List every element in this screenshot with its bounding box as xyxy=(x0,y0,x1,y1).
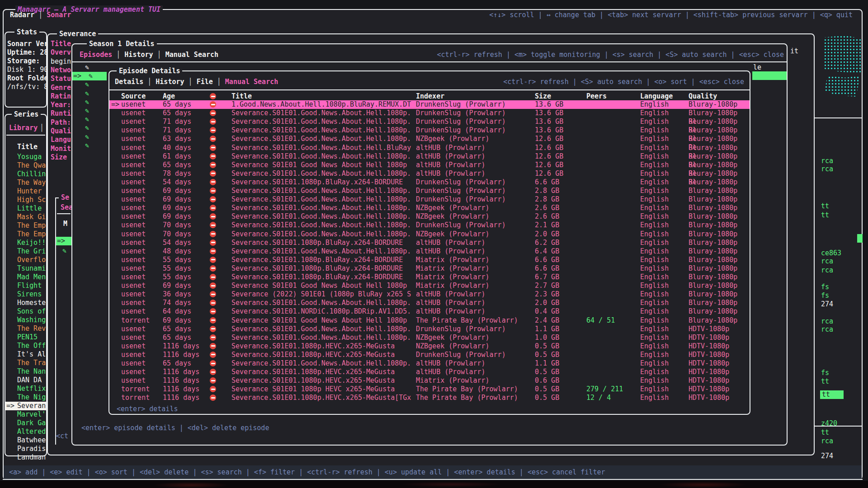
release-title: Severance.S01E01.Good.News.About.Hell.10… xyxy=(231,126,411,135)
series-item[interactable]: Marvel' xyxy=(17,410,46,419)
release-row[interactable]: usenet71 daysSeverance.S01E01.Good.News.… xyxy=(109,126,750,135)
release-row[interactable]: usenet55 daysSeverance.S01E01.1080p.BluR… xyxy=(109,256,750,264)
series-item[interactable]: The Way xyxy=(17,178,46,187)
series-item[interactable]: Yosuga xyxy=(17,153,42,161)
series-item[interactable]: It's Al xyxy=(17,350,46,359)
release-row[interactable]: usenet70 daysSeverance.S01E01.Good.News.… xyxy=(109,221,750,230)
release-row[interactable]: usenet40 daysSeverance.S01E01.Good.News.… xyxy=(109,144,750,152)
release-indexer: Miatrix (Prowlarr) xyxy=(416,264,490,273)
tab-episode-file[interactable]: File xyxy=(197,78,213,86)
series-item[interactable]: Little xyxy=(17,204,42,213)
series-item[interactable]: Altered xyxy=(17,427,46,436)
release-row[interactable]: torrent1116 daysSeverance S01E01 1080p H… xyxy=(109,385,750,394)
series-item[interactable]: The Tra xyxy=(17,359,46,367)
tab-episode-details[interactable]: Details xyxy=(115,78,143,86)
release-row[interactable]: usenet65 daysSeverance.S01E01.Good.News.… xyxy=(109,359,750,368)
monitored-tag-icon[interactable]: ✎ xyxy=(85,98,89,107)
series-detail-label: Overv xyxy=(51,48,71,57)
release-row[interactable]: usenet69 daysSeverance.S01E01.Good.News.… xyxy=(109,195,750,204)
release-age: 74 days xyxy=(163,299,191,307)
release-row[interactable]: usenet69 daysSeverance.S01E01.Good.News.… xyxy=(109,212,750,221)
release-row[interactable]: usenet55 daysSeverance.S01E01.1080p.BluR… xyxy=(109,264,750,273)
release-row[interactable]: usenet63 daysSeverance.S01E01.Good.News.… xyxy=(109,135,750,143)
series-item[interactable]: Sirens xyxy=(17,290,42,299)
series-item[interactable]: Washing xyxy=(17,316,46,324)
release-row[interactable]: usenet65 daysSeverance.S01E01.Good.News.… xyxy=(109,325,750,333)
release-language: English xyxy=(640,117,669,126)
series-item[interactable]: The Emp xyxy=(17,221,46,230)
series-item[interactable]: Sons of xyxy=(17,307,46,316)
series-item[interactable]: The Qwa xyxy=(17,161,46,170)
series-item[interactable]: The Gri xyxy=(17,247,46,256)
release-row[interactable]: usenet69 daysSeverance.S01E01.Good.News.… xyxy=(109,187,750,195)
tab-season-history[interactable]: History xyxy=(124,51,153,59)
release-row[interactable]: usenet74 daysSeverance.S01E01.Good.News.… xyxy=(109,299,750,307)
tab-servarr-sonarr[interactable]: Sonarr xyxy=(47,11,71,19)
series-item[interactable]: The Nig xyxy=(17,393,46,402)
series-item[interactable]: Tsunami xyxy=(17,264,46,273)
release-row[interactable]: usenet1116 daysSeverance.S01E01.1080p.HE… xyxy=(109,376,750,385)
tab-season-episodes[interactable]: Episodes xyxy=(80,51,112,59)
monitored-tag-icon[interactable]: ✎ xyxy=(85,124,89,132)
series-item[interactable]: Paradis xyxy=(17,445,46,453)
release-age: 71 days xyxy=(163,117,191,126)
release-row[interactable]: usenet1116 daysSeverance.S01E01.1080p.HE… xyxy=(109,351,750,359)
tab-episode-history[interactable]: History xyxy=(156,78,184,86)
monitored-tag-icon[interactable]: ✎ xyxy=(85,107,89,115)
release-row[interactable]: usenet65 daysSeverance.S01E01.Good.News.… xyxy=(109,333,750,342)
release-row[interactable]: =>usenet65 days1.Good.News.About.Hell.10… xyxy=(109,100,750,109)
series-item[interactable]: Chillin xyxy=(17,170,46,178)
release-row[interactable]: usenet55 daysSeverance.S01E01.1080p.BluR… xyxy=(109,273,750,282)
release-row[interactable]: usenet65 daysSeverance.S01E01.Good.News.… xyxy=(109,109,750,117)
series-item[interactable]: High Sc xyxy=(17,196,46,204)
series-item[interactable]: Mask Gi xyxy=(17,213,46,221)
monitored-tag-icon[interactable]: ✎ xyxy=(85,141,89,150)
release-row[interactable]: usenet71 daysSeverance.S01E01.Good.News.… xyxy=(109,117,750,126)
release-row[interactable]: usenet64 daysSeverance.S01E01.NORDiC.108… xyxy=(109,307,750,316)
tab-library[interactable]: Library xyxy=(9,124,38,132)
release-row[interactable]: usenet36 daysSeverance (2022) S01E01 (10… xyxy=(109,290,750,299)
tab-episode-manual-search[interactable]: Manual Search xyxy=(225,78,278,86)
release-size: 2.0 GB xyxy=(535,299,559,307)
series-item[interactable]: Dark Ga xyxy=(17,419,46,427)
release-row[interactable]: usenet1116 daysSeverance.S01E01.1080p.HE… xyxy=(109,342,750,351)
series-item[interactable]: Homeste xyxy=(17,299,46,307)
release-row[interactable]: usenet1116 daysSeverance.S01E01.1080p.HE… xyxy=(109,368,750,376)
series-item[interactable]: Landman xyxy=(17,453,46,462)
monitored-tag-icon[interactable]: ✎ xyxy=(89,72,93,80)
series-item[interactable]: The Rev xyxy=(17,324,46,333)
release-row[interactable]: usenet54 daysSeverance.S01E01.1080p.BluR… xyxy=(109,178,750,187)
series-item[interactable]: The Off xyxy=(17,342,46,350)
monitored-tag-icon[interactable]: ✎ xyxy=(85,115,89,124)
monitored-tag-icon[interactable]: ✎ xyxy=(85,133,89,141)
release-row[interactable]: usenet70 daysSeverance.S01E01.Good.News.… xyxy=(109,230,750,239)
release-row[interactable]: usenet78 daysSeverance.S01E01.Good.News.… xyxy=(109,169,750,178)
tab-servarr-radarr[interactable]: Radarr xyxy=(10,11,34,19)
release-row[interactable]: usenet65 daysSeverance S01E01 Good News … xyxy=(109,161,750,169)
monitored-tag-icon[interactable]: ✎ xyxy=(62,247,66,255)
series-item[interactable]: Batwhee xyxy=(17,436,46,445)
tab-season-manual-search[interactable]: Manual Search xyxy=(165,51,218,59)
series-detail-label: Netwo xyxy=(51,66,71,75)
series-item[interactable]: Netflix xyxy=(17,385,46,393)
release-row[interactable]: usenet69 daysSeverance.S01E01.Good.News.… xyxy=(109,204,750,212)
release-row[interactable]: usenet61 daysSeverance.S01E01.Good.News.… xyxy=(109,152,750,161)
series-item[interactable]: Hunter xyxy=(17,187,42,196)
series-item[interactable]: The Nan xyxy=(17,367,46,376)
release-title: Severance S01E01 Good News About Hell 10… xyxy=(231,161,407,169)
release-row[interactable]: torrent1116 daysSeverance.S01E01.1080p.H… xyxy=(109,394,750,402)
series-item[interactable]: Flight xyxy=(17,282,42,290)
monitored-tag-icon[interactable]: ✎ xyxy=(85,89,89,98)
series-item[interactable]: The Emp xyxy=(17,230,46,239)
release-row[interactable]: usenet54 daysSeverance.S01E01.1080p.BluR… xyxy=(109,239,750,247)
monitored-tag-icon[interactable]: ✎ xyxy=(85,63,89,72)
monitored-tag-icon[interactable]: ✎ xyxy=(85,80,89,89)
series-item[interactable]: DAN DA xyxy=(17,376,42,385)
series-item[interactable]: Mad Men xyxy=(17,273,46,282)
series-item[interactable]: Overflo xyxy=(17,256,46,264)
release-row[interactable]: torrent69 daysSeverance S01E01 Good News… xyxy=(109,316,750,325)
release-row[interactable]: usenet69 daysSeverance S01E01 Good News … xyxy=(109,282,750,290)
series-item[interactable]: PEN15 xyxy=(17,333,38,342)
release-row[interactable]: usenet48 daysSeverance.S01E01.Good.News.… xyxy=(109,247,750,256)
series-item[interactable]: Keijo!! xyxy=(17,239,46,247)
